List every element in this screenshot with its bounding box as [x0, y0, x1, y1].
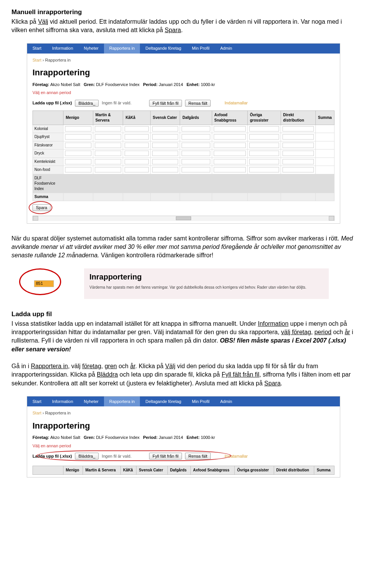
horizontal-scrollbar[interactable] [32, 216, 335, 221]
cell-input[interactable] [283, 167, 314, 172]
breadcrumb: Start › Rapportera in [32, 57, 335, 63]
browse-button[interactable]: Bläddra_ [75, 100, 99, 107]
scroll-thumb[interactable] [176, 216, 191, 220]
cell-input[interactable] [95, 126, 122, 132]
cell-input[interactable] [152, 134, 179, 140]
cell-input[interactable] [283, 143, 314, 148]
section-heading: Manuell inrapportering [11, 8, 356, 17]
cell-input[interactable] [65, 126, 91, 132]
cell-input[interactable] [65, 159, 91, 164]
cell-input[interactable] [283, 159, 314, 164]
cell-input[interactable] [125, 159, 148, 164]
col-summa: Summa [315, 110, 334, 125]
nav-deltagande[interactable]: Deltagande företag [140, 396, 187, 406]
cell-input[interactable] [214, 159, 246, 164]
col-martin-servera: Martin & Servera [83, 466, 121, 475]
fill-from-file-button[interactable]: Fyll fält från fil [149, 453, 182, 460]
nav-deltagande[interactable]: Deltagande företag [140, 44, 187, 54]
col-menigo: Menigo [63, 110, 93, 125]
table-row: Dryck [33, 149, 335, 158]
browse-button[interactable]: Bläddra_ [75, 453, 99, 460]
clear-fields-button[interactable]: Rensa fält [185, 453, 211, 460]
col-direkt: Direkt distribution [274, 466, 314, 475]
cell-input[interactable] [283, 126, 314, 132]
cell-input[interactable] [249, 159, 279, 164]
cell-input[interactable] [249, 167, 279, 172]
scroll-left-icon[interactable] [33, 216, 38, 221]
nav-information[interactable]: Information [47, 44, 78, 54]
cell-input[interactable] [182, 151, 210, 156]
no-file-text: Ingen fil är vald. [102, 453, 132, 459]
cell-input[interactable] [182, 167, 210, 172]
col-kaka: KåKå [121, 466, 136, 475]
cell-input[interactable] [125, 151, 148, 156]
nav-information[interactable]: Information [47, 396, 78, 406]
table-row: DLF Foodservice Index [33, 174, 335, 193]
cell-input[interactable] [249, 126, 279, 132]
cell-input[interactable] [152, 143, 179, 148]
save-button[interactable]: Spara [32, 204, 50, 211]
cell-input[interactable] [182, 126, 210, 132]
cell-input[interactable] [95, 159, 122, 164]
nav-start[interactable]: Start [27, 44, 47, 54]
breadcrumb: Start › Rapportera in [32, 410, 335, 416]
cell-input[interactable] [95, 143, 122, 148]
cell-input[interactable] [152, 167, 179, 172]
cell-input[interactable] [249, 151, 279, 156]
nav-nyheter[interactable]: Nyheter [78, 396, 104, 406]
cell-input[interactable] [65, 143, 91, 148]
scroll-right-icon[interactable] [329, 216, 334, 221]
cell-input[interactable] [182, 159, 210, 164]
clear-fields-button[interactable]: Rensa fält [185, 100, 211, 107]
nav-start[interactable]: Start [27, 396, 47, 406]
cell-input[interactable] [152, 151, 179, 156]
cell-input[interactable] [214, 134, 246, 140]
cell-input[interactable] [283, 151, 314, 156]
cell-input[interactable] [125, 143, 148, 148]
col-empty [33, 466, 63, 475]
cell-input[interactable] [125, 167, 148, 172]
app-screenshot-2: Start Information Nyheter Rapportera in … [27, 396, 340, 478]
col-martin-servera: Martin & Servera [93, 110, 123, 125]
nav-nyheter[interactable]: Nyheter [78, 44, 104, 54]
upload-label: Ladda upp fil (.xlsx) [32, 453, 72, 459]
cell-input[interactable] [249, 134, 279, 140]
indatamallar-link[interactable]: Indatamallar [224, 100, 248, 106]
indatamallar-link[interactable]: Indatamallar [224, 453, 248, 459]
col-svensk-cater: Svensk Cater [150, 110, 180, 125]
cell-input[interactable] [283, 134, 314, 140]
fill-from-file-button[interactable]: Fyll fält från fil [149, 100, 182, 107]
cell-input[interactable] [125, 134, 148, 140]
cell-input[interactable] [95, 134, 122, 140]
nav-rapportera-in[interactable]: Rapportera in [104, 396, 140, 406]
cell-input[interactable] [214, 167, 246, 172]
col-summa: Summa [314, 466, 335, 475]
cell-input[interactable] [125, 126, 148, 132]
cell-input[interactable] [182, 134, 210, 140]
cell-input[interactable] [214, 126, 246, 132]
cell-input[interactable] [95, 167, 122, 172]
nav-admin[interactable]: Admin [215, 44, 237, 54]
cell-input[interactable] [214, 143, 246, 148]
cell-input[interactable] [214, 151, 246, 156]
cell-input[interactable] [152, 159, 179, 164]
nav-min-profil[interactable]: Min Profil [187, 44, 215, 54]
choose-other-period-link[interactable]: Välj en annan period [32, 90, 71, 96]
nav-rapportera-in[interactable]: Rapportera in [104, 44, 140, 54]
nav-min-profil[interactable]: Min Profil [187, 396, 215, 406]
cell-input[interactable] [152, 126, 179, 132]
col-ovriga: Övriga grossister [235, 466, 274, 475]
cell-input[interactable] [182, 143, 210, 148]
cell-input[interactable] [65, 167, 91, 172]
nav-admin[interactable]: Admin [215, 396, 237, 406]
data-table: Menigo Martin & Servera KåKå Svensk Cate… [32, 110, 335, 201]
choose-other-period-link[interactable]: Välj en annan period [32, 443, 71, 449]
cell-input[interactable] [65, 151, 91, 156]
col-svensk-cater: Svensk Cater [136, 466, 168, 475]
col-axfood: Axfood Snabbgross [212, 110, 247, 125]
main-nav: Start Information Nyheter Rapportera in … [27, 396, 340, 406]
cell-input[interactable] [95, 151, 122, 156]
cell-input[interactable] [249, 143, 279, 148]
main-nav: Start Information Nyheter Rapportera in … [27, 44, 340, 54]
cell-input[interactable] [65, 134, 91, 140]
